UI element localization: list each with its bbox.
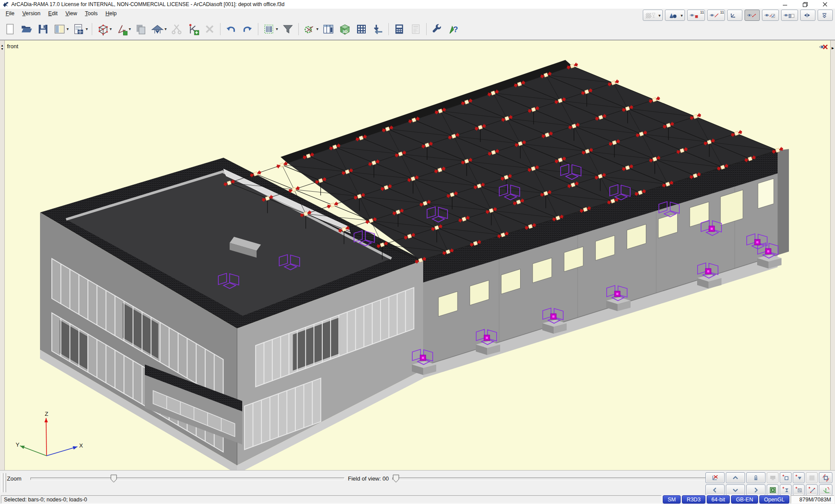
render-mode-dropdown[interactable]: ▾ xyxy=(643,10,663,21)
calculator-button[interactable] xyxy=(391,21,407,37)
3d-scene-canvas[interactable]: ZXY xyxy=(0,40,835,471)
fov-slider-thumb[interactable] xyxy=(393,474,399,483)
lock-view-button[interactable] xyxy=(746,472,765,483)
toolbar-grip[interactable] xyxy=(4,473,6,492)
hatch-section-button[interactable]: ▾ xyxy=(261,21,279,37)
project-settings-icon xyxy=(303,23,316,36)
menu-item-tools[interactable]: Tools xyxy=(81,10,101,17)
application-window: ArCADia-RAMA 17.0 License for INTERNAL, … xyxy=(0,0,835,504)
report-templates-button[interactable]: ▾ xyxy=(71,21,89,37)
menu-item-help[interactable]: Help xyxy=(101,10,120,17)
dimensions-button[interactable]: ▾ xyxy=(114,21,132,37)
pan-left-button[interactable] xyxy=(705,484,725,495)
frame-3d-button[interactable]: ▾ xyxy=(95,21,113,37)
svg-text:3D: 3D xyxy=(343,29,348,33)
fov-slider[interactable] xyxy=(392,477,712,480)
menu-item-view[interactable]: View xyxy=(61,10,81,17)
pan-right-button[interactable] xyxy=(746,484,765,495)
right-splitter[interactable]: ▶ xyxy=(830,40,835,471)
add-hourglass-button[interactable] xyxy=(780,484,792,495)
pan-down-button[interactable] xyxy=(726,484,745,495)
dropdown-caret-icon[interactable]: ▾ xyxy=(129,27,131,31)
toolbar-separator xyxy=(258,23,258,35)
toolbar-separator xyxy=(388,23,389,35)
show-mesh-toggle[interactable] xyxy=(781,10,798,21)
add-line-button[interactable] xyxy=(806,484,818,495)
rotate-axes-button[interactable] xyxy=(819,484,832,495)
tools-wrench-button[interactable] xyxy=(429,21,445,37)
zoom-slider-thumb[interactable] xyxy=(110,474,117,483)
filter-button[interactable] xyxy=(280,21,296,37)
add-bar-icon xyxy=(795,474,803,482)
show-load-values-toggle[interactable]: 11 xyxy=(707,10,725,21)
paste-special-button[interactable] xyxy=(185,21,201,37)
fov-label: Field of view: 00 xyxy=(348,475,389,482)
mirror-view-toggle[interactable] xyxy=(800,10,815,21)
restore-button[interactable] xyxy=(795,0,815,9)
undo-button[interactable] xyxy=(223,21,239,37)
pan-left-icon xyxy=(711,486,719,494)
close-button[interactable] xyxy=(815,0,835,9)
toolbar-separator xyxy=(298,23,299,35)
toolbar-grip[interactable] xyxy=(1,473,3,492)
3d-viewport[interactable]: ZXY front ▲▼ ▶ xyxy=(0,40,835,470)
copy-button[interactable] xyxy=(133,21,149,37)
show-bars-check-icon xyxy=(764,12,777,19)
show-dimension-lines-toggle[interactable] xyxy=(745,10,760,21)
display-style-dropdown[interactable]: ▾ xyxy=(665,10,685,21)
rotate-view-button[interactable] xyxy=(819,472,832,483)
help-search-button[interactable]: ? xyxy=(446,21,461,37)
zoom-slider[interactable] xyxy=(30,477,344,480)
dropdown-caret-icon[interactable]: ▾ xyxy=(86,27,88,31)
view-options-toolbar: ▾▾1111 xyxy=(643,10,833,21)
menu-item-version[interactable]: Version xyxy=(18,10,44,17)
project-settings-button[interactable]: ▾ xyxy=(301,21,320,37)
dropdown-caret-icon[interactable]: ▾ xyxy=(110,27,112,31)
roof-generator-button[interactable]: ▾ xyxy=(150,21,168,37)
tables-button[interactable] xyxy=(321,21,336,37)
add-node-button[interactable] xyxy=(780,472,792,483)
svg-text:Y: Y xyxy=(16,441,20,448)
redo-button[interactable] xyxy=(240,21,255,37)
undo-icon xyxy=(224,23,237,36)
add-area-button[interactable] xyxy=(793,484,805,495)
align-bars-button[interactable] xyxy=(370,21,386,37)
dropdown-caret-icon[interactable]: ▾ xyxy=(67,27,69,31)
add-node-icon xyxy=(782,474,790,482)
screen-capture-button xyxy=(767,472,778,483)
copy-icon xyxy=(134,23,147,36)
dropdown-caret-icon[interactable]: ▾ xyxy=(658,13,661,18)
svg-text:X: X xyxy=(79,442,83,449)
delete-axes-button[interactable] xyxy=(705,472,725,483)
report-templates-icon xyxy=(72,23,85,36)
workspace-layout-button[interactable]: ▾ xyxy=(52,21,70,37)
grid-view-button[interactable] xyxy=(354,21,369,37)
open-project-button[interactable] xyxy=(19,21,34,37)
svg-text:Z: Z xyxy=(45,411,48,417)
close-view-icon[interactable] xyxy=(818,43,829,51)
show-bars-check-toggle[interactable] xyxy=(762,10,779,21)
frame-3d-icon xyxy=(96,23,109,36)
add-area-icon xyxy=(795,486,803,494)
dropdown-caret-icon[interactable]: ▾ xyxy=(316,27,318,31)
left-splitter[interactable]: ▲▼ xyxy=(0,40,5,471)
dropdown-caret-icon[interactable]: ▾ xyxy=(681,13,683,18)
collapse-toolbar-toggle[interactable] xyxy=(818,10,833,21)
dropdown-caret-icon[interactable]: ▾ xyxy=(164,27,167,31)
new-document-button[interactable] xyxy=(2,21,18,37)
open-project-icon xyxy=(20,23,33,36)
render-mode-icon xyxy=(645,12,657,19)
show-loads-toggle[interactable]: 11 xyxy=(687,10,705,21)
show-axes-toggle[interactable] xyxy=(727,10,742,21)
save-project-button[interactable] xyxy=(35,21,51,37)
menu-item-edit[interactable]: Edit xyxy=(44,10,62,17)
minimize-button[interactable] xyxy=(775,0,795,9)
menu-item-file[interactable]: File xyxy=(2,10,18,17)
dropdown-caret-icon[interactable]: ▾ xyxy=(276,27,278,31)
mirror-view-icon xyxy=(802,12,813,19)
center-view-button[interactable] xyxy=(767,484,778,495)
lock-view-icon xyxy=(752,474,760,482)
pan-up-button[interactable] xyxy=(726,472,745,483)
view-3d-button[interactable]: 3D xyxy=(337,21,353,37)
add-bar-button[interactable] xyxy=(793,472,805,483)
